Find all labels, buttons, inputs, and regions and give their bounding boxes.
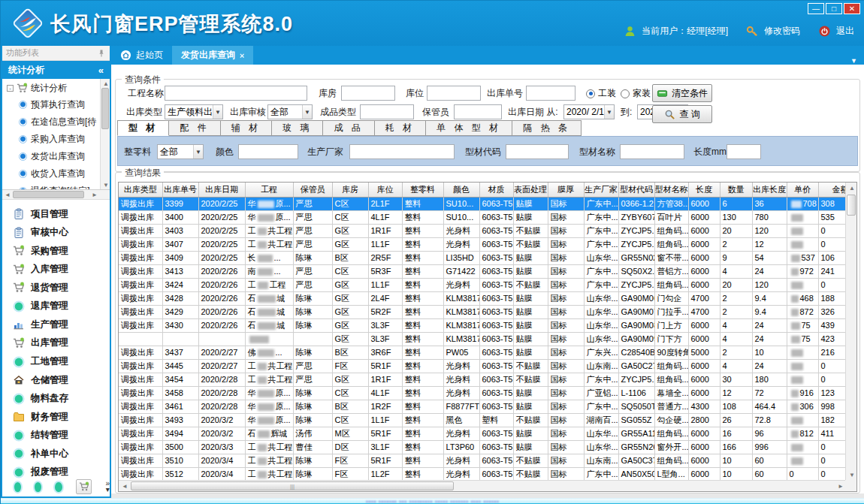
product-type-input[interactable] — [360, 104, 414, 119]
grid-cell[interactable]: 工共工程 — [245, 440, 293, 454]
grid-cell[interactable]: 佛... — [245, 346, 293, 359]
grid-cell[interactable]: 6000 — [688, 454, 720, 467]
grid-cell[interactable] — [787, 210, 818, 224]
grid-cell[interactable] — [119, 332, 162, 346]
date-from-picker[interactable]: 2020/ 2/16▼ — [563, 104, 615, 119]
grid-cell[interactable]: 国标 — [548, 210, 584, 224]
grid-cell[interactable]: 国标 — [548, 386, 584, 400]
grid-cell[interactable]: 972 — [787, 264, 818, 278]
grid-cell[interactable]: 贴膜 — [513, 291, 548, 305]
grid-cell[interactable]: C区 — [332, 413, 368, 427]
grid-cell[interactable]: C28540B — [618, 346, 654, 359]
grid-cell[interactable]: 535 — [818, 210, 847, 224]
grid-cell[interactable]: 6063-T5 — [479, 305, 513, 318]
grid-cell[interactable]: 华原... — [245, 197, 293, 210]
grid-cell[interactable] — [198, 332, 245, 346]
grid-cell[interactable] — [787, 413, 818, 427]
grid-cell[interactable]: 2R5F — [368, 251, 402, 264]
table-row[interactable]: 调拨出库34282020/2/26石城陈琳G区2L4F整料KLM38176063… — [119, 291, 847, 305]
grid-cell[interactable]: 36 — [752, 197, 787, 210]
grid-cell[interactable]: 勾企硬... — [654, 413, 688, 427]
grid-cell[interactable]: 4700 — [688, 291, 720, 305]
circle-icon[interactable] — [55, 482, 62, 492]
grid-cell[interactable]: 华原... — [245, 210, 293, 224]
grid-cell[interactable]: 不贴膜 — [513, 237, 548, 251]
subtab-玻璃[interactable]: 玻 璃 — [272, 120, 323, 136]
tree-item[interactable]: 采购入库查询 — [2, 131, 110, 148]
grid-cell[interactable]: 308 — [818, 197, 847, 210]
grid-cell[interactable]: 整料 — [402, 210, 443, 224]
grid-column-header[interactable]: 整零料 — [402, 183, 443, 197]
grid-cell[interactable] — [162, 332, 198, 346]
grid-cell[interactable]: 3409 — [162, 251, 198, 264]
pin-icon[interactable] — [97, 49, 106, 58]
grid-cell[interactable]: 996 — [752, 440, 787, 454]
grid-cell[interactable]: 0 — [818, 373, 847, 386]
grid-cell[interactable]: 整料 — [402, 278, 443, 291]
grid-cell[interactable]: M区 — [332, 427, 368, 440]
grid-column-header[interactable]: 单价 — [787, 183, 818, 197]
grid-cell[interactable]: 2020/2/28 — [198, 373, 245, 386]
grid-cell[interactable]: 长... — [245, 251, 293, 264]
grid-cell[interactable]: 326 — [818, 305, 847, 318]
grid-cell[interactable]: G区 — [332, 332, 368, 346]
tree-item[interactable]: 退货查询[待定] — [2, 183, 110, 190]
grid-cell[interactable]: 调拨出库 — [119, 318, 162, 332]
grid-cell[interactable]: 0 — [818, 467, 847, 481]
table-row[interactable]: 调拨出库34942020/3/2石辉城汤伟M区5R1F整料光身料6063-T5贴… — [119, 427, 847, 440]
grid-cell[interactable]: 1R1F — [368, 373, 402, 386]
grid-cell[interactable]: 5R1F — [368, 454, 402, 467]
grid-cell[interactable]: SU10... — [443, 197, 479, 210]
grid-cell[interactable]: 812 — [787, 427, 818, 440]
grid-cell[interactable]: 166 — [720, 440, 752, 454]
grid-cell[interactable]: 幕墙全... — [654, 386, 688, 400]
sidebar-item-补单中心[interactable]: 补单中心 — [2, 445, 110, 463]
grid-cell[interactable]: 组角码... — [654, 278, 688, 291]
grid-cell[interactable]: 严思 — [293, 197, 332, 210]
grid-cell[interactable]: 2020/2/25 — [198, 210, 245, 224]
grid-cell[interactable]: 2020/3/4 — [198, 467, 245, 481]
grid-cell[interactable]: 10 — [720, 467, 752, 481]
grid-cell[interactable]: 门勾企 — [654, 291, 688, 305]
grid-cell[interactable]: 0 — [818, 237, 847, 251]
grid-cell[interactable]: 6063-T5 — [479, 332, 513, 346]
color-input[interactable] — [238, 144, 298, 159]
grid-cell[interactable]: 国标 — [548, 440, 584, 454]
grid-cell[interactable]: 6063-T5 — [479, 454, 513, 467]
grid-cell[interactable]: 贴膜 — [513, 332, 548, 346]
grid-cell[interactable]: 6063-T5 — [479, 251, 513, 264]
grid-cell[interactable]: 6000 — [688, 373, 720, 386]
circle-icon[interactable] — [14, 482, 21, 492]
collapse-icon[interactable]: « — [98, 65, 104, 76]
grid-cell[interactable]: 2 — [720, 305, 752, 318]
grid-cell[interactable]: C区 — [332, 197, 368, 210]
grid-cell[interactable]: 708 — [787, 197, 818, 210]
grid-cell[interactable]: 5R2F — [368, 305, 402, 318]
grid-cell[interactable]: LT3P60 — [443, 440, 479, 454]
grid-cell[interactable]: 216 — [818, 346, 847, 359]
grid-cell[interactable]: 整料 — [402, 264, 443, 278]
grid-cell[interactable]: 4L1F — [368, 210, 402, 224]
grid-cell[interactable]: 严思 — [293, 359, 332, 373]
grid-cell[interactable]: 整料 — [402, 373, 443, 386]
table-row[interactable]: 调拨出库34242020/2/26工工程严思G区1L1F整料光身料6063-T5… — [119, 278, 847, 291]
grid-cell[interactable]: 光身料 — [443, 386, 479, 400]
grid-cell[interactable]: 0 — [818, 359, 847, 373]
grid-cell[interactable]: 20 — [720, 278, 752, 291]
grid-cell[interactable]: 6063-T5 — [479, 291, 513, 305]
grid-cell[interactable]: 广东中... — [584, 197, 618, 210]
grid-cell[interactable]: 60 — [752, 467, 787, 481]
grid-cell[interactable]: 整料 — [402, 318, 443, 332]
grid-cell[interactable]: 0366-1.2 — [618, 197, 654, 210]
grid-cell[interactable]: 6063-T5 — [479, 224, 513, 237]
grid-cell[interactable]: 2020/2/25 — [198, 237, 245, 251]
grid-cell[interactable]: 24 — [752, 318, 787, 332]
grid-cell[interactable]: 2L1F — [368, 197, 402, 210]
grid-cell[interactable]: 普通方... — [654, 400, 688, 413]
grid-cell[interactable]: 6063-T5 — [479, 359, 513, 373]
table-row[interactable]: 调拨出库34002020/2/25华原...严思C区4L1F整料SU10...6… — [119, 210, 847, 224]
grid-cell[interactable]: 5R3F — [368, 264, 402, 278]
tab-outbound-query[interactable]: 发货出库查询 × — [172, 46, 253, 65]
grid-cell[interactable]: GA90M06. — [618, 291, 654, 305]
table-row[interactable]: 调拨出库33992020/2/25华原...严思C区2L1F整料SU10...6… — [119, 197, 847, 210]
